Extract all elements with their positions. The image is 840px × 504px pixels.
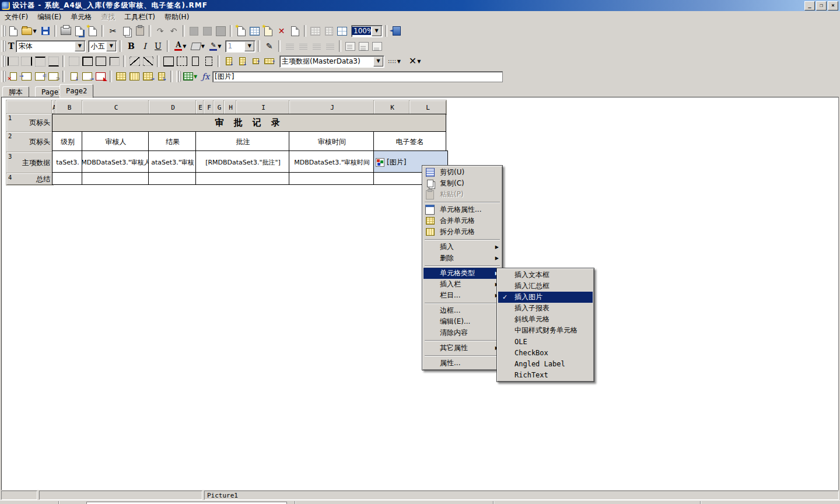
- toolbar-grip[interactable]: [176, 71, 179, 82]
- cut-button[interactable]: ✂: [106, 24, 120, 37]
- print-preview-button[interactable]: [72, 24, 86, 37]
- summary-cell[interactable]: [289, 172, 375, 185]
- valign-middle-button[interactable]: [357, 40, 370, 52]
- submenu-item-angled-label[interactable]: Angled Label: [498, 358, 593, 369]
- insert-row-below-button[interactable]: →: [80, 70, 94, 83]
- same-height-button[interactable]: [188, 55, 202, 68]
- merge-down-button[interactable]: ↳: [155, 70, 168, 83]
- summary-cell[interactable]: [148, 172, 197, 185]
- submenu-item-diagonal-cell[interactable]: 斜线单元格: [498, 314, 593, 325]
- submenu-item-insert-textbox[interactable]: 插入文本框: [498, 270, 593, 281]
- insert-band-button[interactable]: ⊂: [33, 70, 47, 83]
- col-header-I[interactable]: I: [236, 100, 290, 114]
- blank-page-button[interactable]: [288, 24, 302, 37]
- col-header-J[interactable]: J: [289, 100, 375, 114]
- data-field-button[interactable]: ▼: [181, 70, 199, 83]
- menu-item-other-properties[interactable]: 其它属性▶: [424, 342, 501, 354]
- submenu-item-chinese-finance-cell[interactable]: 中国样式财务单元格: [498, 325, 593, 336]
- insert-row-above-button[interactable]: ↓: [67, 70, 80, 83]
- data-field-dropdown-icon[interactable]: ▼: [194, 74, 197, 79]
- design-canvas[interactable]: A B C D E F G H I J K L 1 页标头 2 页标头 3 主项…: [1, 97, 839, 491]
- highlight-pen-button[interactable]: ✎: [262, 40, 276, 52]
- cell-auditor-field[interactable]: MDBDataSet3."审核人: [82, 150, 150, 174]
- cell-auditor-header[interactable]: 审核人: [82, 131, 150, 152]
- delete-cell-button[interactable]: ✕▼: [404, 55, 425, 68]
- submenu-item-insert-subreport[interactable]: 插入子报表: [498, 303, 593, 314]
- diagonal-up-button[interactable]: [141, 55, 155, 68]
- grow-row-button[interactable]: ↓: [236, 55, 249, 68]
- menu-item-insert[interactable]: 插入▶: [424, 242, 501, 253]
- page-setup-button[interactable]: [86, 24, 99, 37]
- title-bar[interactable]: 设计器 - 系统_A4纵_入库(带多级审核、电子签名).RMF _ ❐ ×: [0, 0, 840, 11]
- border-none-button[interactable]: [67, 55, 80, 68]
- dataset-dropdown-icon[interactable]: ▼: [373, 57, 383, 66]
- split-window-button[interactable]: [335, 24, 349, 37]
- same-width-button[interactable]: [162, 55, 175, 68]
- menu-toolbars[interactable]: 工具栏(T): [120, 11, 160, 23]
- summary-cell[interactable]: [82, 172, 150, 185]
- open-button[interactable]: ▼: [20, 24, 38, 37]
- menu-item-copy[interactable]: 复制(C): [424, 178, 501, 189]
- submenu-item-ole[interactable]: OLE: [498, 336, 593, 347]
- col-header-G[interactable]: G: [214, 100, 225, 114]
- shrink-row-button[interactable]: ↓: [222, 55, 236, 68]
- band-header-1[interactable]: 1 页标头: [6, 114, 53, 132]
- underline-button[interactable]: U: [151, 40, 164, 52]
- menu-item-cut[interactable]: 剪切(U): [424, 167, 501, 178]
- line-style-button[interactable]: ∶∶∶∶▼: [384, 55, 404, 68]
- bold-button[interactable]: B: [124, 40, 138, 52]
- fill-color-button[interactable]: ▼: [189, 40, 206, 52]
- toolbar-grip[interactable]: [1, 55, 4, 67]
- menu-item-cell-properties[interactable]: 单元格属性...: [424, 204, 501, 215]
- minimize-button[interactable]: _: [804, 1, 815, 10]
- new-button[interactable]: [6, 24, 20, 37]
- menu-file[interactable]: 文件(F): [0, 11, 33, 23]
- col-header-K[interactable]: K: [374, 100, 411, 114]
- shrink-col-button[interactable]: ↑: [249, 55, 262, 68]
- delete-row-button[interactable]: ◣: [94, 70, 107, 83]
- insert-table-button[interactable]: [248, 24, 261, 37]
- menu-item-split-cell[interactable]: 拆分单元格: [424, 226, 501, 237]
- expression-input[interactable]: [212, 71, 503, 82]
- tab-page2[interactable]: Page2: [60, 84, 93, 98]
- menu-edit[interactable]: 编辑(E): [33, 11, 66, 23]
- submenu-item-insert-picture[interactable]: ✓插入图片: [498, 292, 593, 303]
- summary-cell[interactable]: [52, 172, 83, 185]
- grid-corner[interactable]: [6, 100, 53, 114]
- restore-button[interactable]: ❐: [816, 1, 827, 10]
- font-name-dropdown-icon[interactable]: ▼: [75, 41, 85, 51]
- cell-result-header[interactable]: 结果: [148, 131, 197, 152]
- diagonal-down-button[interactable]: [128, 55, 141, 68]
- cell-level-header[interactable]: 级别: [52, 131, 83, 152]
- col-header-D[interactable]: D: [149, 100, 197, 114]
- band-header-4[interactable]: 4 总结: [6, 173, 53, 185]
- tab-script[interactable]: 脚本: [2, 86, 29, 98]
- italic-button[interactable]: I: [138, 40, 151, 52]
- menu-item-edit[interactable]: 编辑(E)...: [424, 316, 501, 327]
- band-header-2[interactable]: 2 页标头: [6, 132, 53, 152]
- same-width2-button[interactable]: [175, 55, 188, 68]
- select-band-button[interactable]: ⊃: [47, 70, 60, 83]
- delete-page-button[interactable]: ✕: [275, 24, 288, 37]
- zoom-dropdown-icon[interactable]: ▼: [372, 26, 382, 36]
- cell-result-field[interactable]: ataSet3."审核: [148, 150, 197, 174]
- insert-col-left-button[interactable]: ✕: [6, 70, 20, 83]
- valign-top-button[interactable]: [344, 40, 357, 52]
- line-color-dropdown-icon[interactable]: ▼: [218, 44, 221, 49]
- valign-bottom-button[interactable]: [370, 40, 384, 52]
- border-right-button[interactable]: [20, 55, 33, 68]
- new-report-button[interactable]: [235, 24, 248, 37]
- toolbar-grip[interactable]: [1, 25, 4, 37]
- save-button[interactable]: [38, 24, 52, 37]
- merge-across-button[interactable]: →: [141, 70, 155, 83]
- font-size-combo[interactable]: 小五 ▼: [88, 40, 117, 52]
- font-color-dropdown-icon[interactable]: ▼: [183, 44, 186, 49]
- exit-designer-button[interactable]: [390, 24, 403, 37]
- print-button[interactable]: [59, 24, 72, 37]
- border-bottom-button[interactable]: [47, 55, 60, 68]
- cell-title[interactable]: 审 批 记 录: [52, 114, 446, 132]
- zoom-combo[interactable]: 100% ▼: [351, 25, 383, 37]
- grow-col-button[interactable]: ↑: [262, 55, 276, 68]
- same-height2-button[interactable]: [202, 55, 215, 68]
- copy-button[interactable]: [120, 24, 133, 37]
